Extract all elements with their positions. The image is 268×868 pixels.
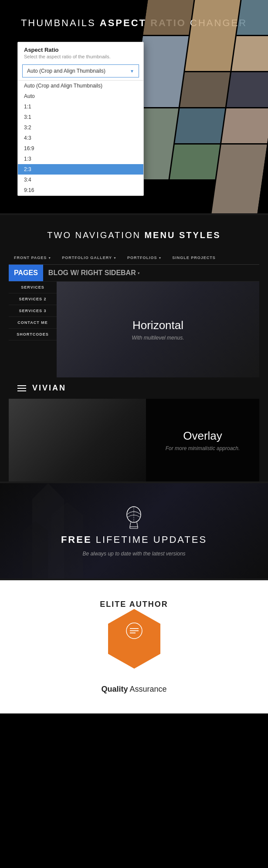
- updates-subtitle: Be always up to date with the latest ver…: [82, 551, 185, 557]
- chevron-down-icon: ▼: [130, 69, 134, 74]
- nav-item-label: PORTFOLIO GALLERY: [62, 256, 112, 260]
- ar-option-auto[interactable]: Auto: [18, 91, 143, 101]
- overlay-style-name: Overlay: [159, 429, 246, 443]
- horizontal-nav-bar: FRONT PAGES ▼ PORTFOLIO GALLERY ▼ PORTFO…: [9, 251, 259, 265]
- ar-option-3-2[interactable]: 3:2: [18, 122, 143, 133]
- photo-cell: [237, 0, 268, 35]
- nav-item-blog-sidebar[interactable]: BLOG W/ RIGHT SIDEBAR ▼: [43, 265, 146, 281]
- sidebar-item-contact[interactable]: CONTACT ME: [9, 317, 57, 329]
- quality-badge-icon: [123, 620, 145, 642]
- nav-item-label: SINGLE PROJECTS: [172, 256, 216, 260]
- overlay-logo: VIVIAN: [32, 384, 66, 393]
- section-thumbnails: THUMBNAILS ASPECT RATIO CHANGER Aspect R…: [0, 0, 268, 213]
- ar-option-3-1[interactable]: 3:1: [18, 112, 143, 122]
- hamburger-line: [17, 390, 26, 391]
- photo-cell: [227, 72, 268, 107]
- ar-selected-value: Auto (Crop and Align Thumbnails): [27, 68, 105, 74]
- horizontal-menu-content: SERVICES SERVICES 2 SERVICES 3 CONTACT M…: [9, 282, 259, 377]
- hexagon-badge: [108, 624, 160, 676]
- section-navigation: TWO NAVIGATION MENU STYLES FRONT PAGES ▼…: [0, 215, 268, 481]
- ar-subtitle: Select the aspect ratio of the thumbnail…: [24, 54, 137, 59]
- hamburger-line: [17, 385, 26, 386]
- photo-cell: [170, 145, 220, 179]
- photo-cell: [185, 0, 241, 71]
- photo-cell: [175, 108, 225, 143]
- horizontal-bg-area: Horizontal With multilevel menus.: [57, 282, 259, 377]
- updates-title-bold: FREE: [61, 534, 92, 545]
- chevron-down-icon: ▼: [137, 272, 140, 275]
- overlay-content: Overlay For more minimalistic approach.: [9, 399, 259, 481]
- hexagon-inner: [123, 635, 145, 643]
- aspect-ratio-box: Aspect Ratio Select the aspect ratio of …: [17, 42, 144, 196]
- ar-header: Aspect Ratio Select the aspect ratio of …: [18, 42, 143, 62]
- horizontal-style-text: Horizontal With multilevel menus.: [70, 319, 246, 341]
- ar-option-2-3[interactable]: 2:3: [18, 164, 143, 175]
- nav-item-label: PAGES: [14, 269, 38, 277]
- updates-title-light: LIFETIME UPDATES: [92, 534, 207, 545]
- nav-item-label: PORTFOLIOS: [127, 256, 157, 260]
- photo-cell: [143, 0, 193, 35]
- svg-line-4: [130, 522, 131, 527]
- ar-option-3-4[interactable]: 3:4: [18, 175, 143, 185]
- balloon-icon: [122, 505, 146, 529]
- chevron-down-icon: ▼: [158, 256, 162, 259]
- nav-item-label: FRONT PAGES: [14, 256, 47, 260]
- sidebar-item-shortcodes[interactable]: SHORTCODES: [9, 329, 57, 340]
- ar-option-1-3[interactable]: 1:3: [18, 154, 143, 164]
- horizontal-style-name: Horizontal: [70, 319, 246, 332]
- hexagon-shape: [108, 624, 160, 654]
- horizontal-menu-demo: FRONT PAGES ▼ PORTFOLIO GALLERY ▼ PORTFO…: [9, 251, 259, 377]
- chevron-down-icon: ▼: [48, 256, 51, 259]
- photo-cell: [232, 36, 268, 71]
- hamburger-line: [17, 388, 26, 389]
- nav-item-single-projects[interactable]: SINGLE PROJECTS: [167, 251, 221, 264]
- updates-title: FREE LIFETIME UPDATES: [61, 534, 207, 545]
- nav-section-title: TWO NAVIGATION MENU STYLES: [9, 230, 259, 240]
- overlay-text-panel: Overlay For more minimalistic approach.: [146, 399, 259, 481]
- ar-option-16-9[interactable]: 16:9: [18, 143, 143, 154]
- photo-cell: [212, 145, 267, 213]
- overlay-style-desc: For more minimalistic approach.: [159, 445, 246, 451]
- horizontal-style-desc: With multilevel menus.: [70, 335, 246, 341]
- nav-item-label: BLOG W/ RIGHT SIDEBAR: [48, 269, 136, 277]
- overlay-bg-area: [9, 399, 146, 481]
- sidebar-item-services3[interactable]: SERVICES 3: [9, 305, 57, 317]
- svg-rect-6: [130, 527, 138, 528]
- ar-option-auto-crop[interactable]: Auto (Crop and Align Thumbnails): [18, 81, 143, 91]
- ar-title: Aspect Ratio: [24, 47, 137, 53]
- vertical-menu: SERVICES SERVICES 2 SERVICES 3 CONTACT M…: [9, 282, 57, 377]
- elite-title: ELITE AUTHOR: [9, 600, 259, 609]
- quality-label-bold: Quality: [101, 685, 128, 693]
- ar-option-1-1[interactable]: 1:1: [18, 101, 143, 112]
- svg-line-5: [137, 522, 138, 527]
- title-light: THUMBNAILS: [21, 17, 100, 28]
- section-updates: FREE LIFETIME UPDATES Be always up to da…: [0, 483, 268, 579]
- quality-label: Quality Assurance: [9, 685, 259, 694]
- chevron-down-icon: ▼: [113, 256, 117, 259]
- nav-title-light: TWO NAVIGATION: [47, 230, 144, 240]
- ar-select-display[interactable]: Auto (Crop and Align Thumbnails) ▼: [22, 64, 139, 77]
- hamburger-icon[interactable]: [17, 385, 26, 391]
- nav-item-pages[interactable]: PAGES: [9, 265, 43, 281]
- nav-item-front-pages[interactable]: FRONT PAGES ▼: [9, 251, 57, 264]
- quality-label-light: Assurance: [128, 685, 166, 693]
- overlay-header: VIVIAN: [9, 377, 259, 399]
- ar-dropdown: Auto (Crop and Align Thumbnails) Auto 1:…: [18, 80, 143, 195]
- photo-cell: [222, 108, 268, 143]
- overlay-menu-demo: VIVIAN Overlay For more minimalistic app…: [9, 377, 259, 481]
- sidebar-item-services2[interactable]: SERVICES 2: [9, 293, 57, 305]
- sidebar-item-services[interactable]: SERVICES: [9, 282, 57, 293]
- nav-item-portfolios[interactable]: PORTFOLIOS ▼: [122, 251, 167, 264]
- nav-title-bold: MENU STYLES: [144, 230, 221, 240]
- updates-content: FREE LIFETIME UPDATES Be always up to da…: [9, 505, 259, 557]
- section-elite: ELITE AUTHOR Quality Assurance: [0, 580, 268, 713]
- nav-item-portfolio-gallery[interactable]: PORTFOLIO GALLERY ▼: [57, 251, 122, 264]
- photo-cell: [180, 72, 231, 107]
- ar-option-9-16[interactable]: 9:16: [18, 185, 143, 195]
- ar-option-4-3[interactable]: 4:3: [18, 133, 143, 143]
